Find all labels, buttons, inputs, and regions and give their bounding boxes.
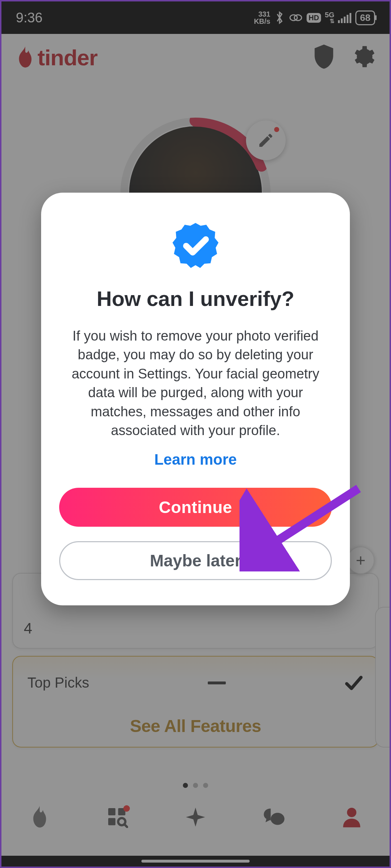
device-frame: 9:36 331 KB/s HD 5G ⇅: [0, 0, 391, 868]
learn-more-link[interactable]: Learn more: [59, 451, 332, 468]
modal-body: If you wish to remove your photo verifie…: [59, 326, 332, 440]
verified-badge-icon: [172, 222, 219, 268]
maybe-later-button[interactable]: Maybe later: [59, 541, 332, 580]
unverify-modal: How can I unverify? If you wish to remov…: [41, 193, 350, 605]
modal-title: How can I unverify?: [59, 286, 332, 311]
continue-button[interactable]: Continue: [59, 488, 332, 527]
